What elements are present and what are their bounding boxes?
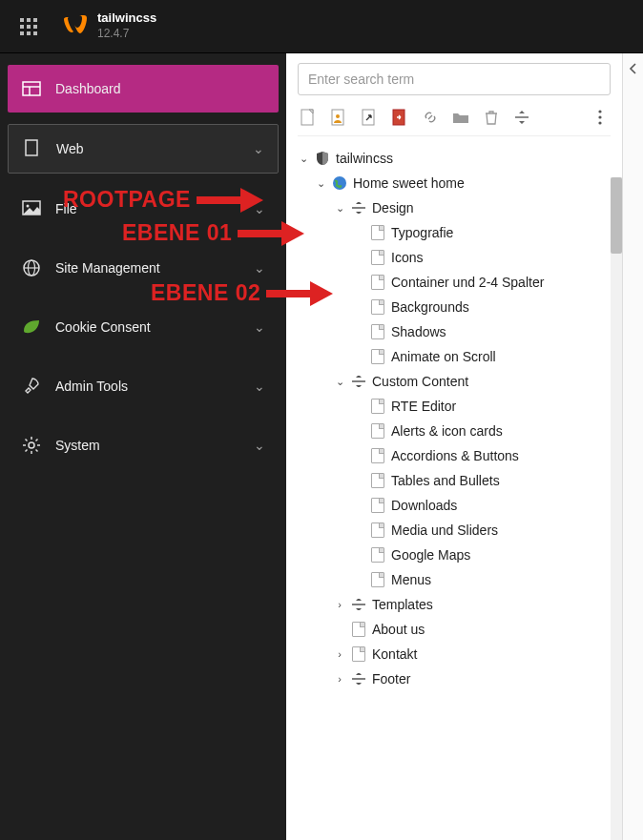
tree-label: About us — [372, 622, 425, 637]
new-user-page-icon[interactable] — [330, 109, 347, 126]
tree-about[interactable]: About us — [298, 617, 611, 642]
chevron-right-icon[interactable]: › — [334, 599, 345, 610]
scrollbar-thumb[interactable] — [611, 177, 622, 254]
sidebar-item-system[interactable]: System ⌄ — [8, 421, 279, 469]
separator-icon — [351, 597, 366, 612]
tree-label: Kontakt — [372, 646, 417, 662]
svg-point-27 — [598, 121, 601, 124]
separator-icon — [351, 671, 366, 686]
page-icon — [370, 299, 385, 315]
tree-label: Icons — [391, 250, 423, 265]
page-icon — [22, 138, 43, 159]
tree-item[interactable]: Container und 2-4 Spalter — [298, 270, 611, 295]
sidebar-item-cookie-consent[interactable]: Cookie Consent ⌄ — [8, 303, 279, 351]
collapse-panel-button[interactable] — [622, 53, 643, 840]
sidebar-item-site-management[interactable]: Site Management ⌄ — [8, 244, 279, 292]
page-icon — [370, 275, 385, 290]
tree-label: Alerts & icon cards — [391, 423, 503, 439]
dashboard-icon — [21, 78, 42, 99]
chevron-down-icon[interactable]: ⌄ — [298, 153, 309, 165]
chevron-down-icon[interactable]: ⌄ — [315, 177, 326, 190]
trash-icon[interactable] — [483, 109, 500, 126]
gear-icon — [21, 435, 42, 456]
new-page-icon[interactable] — [300, 109, 317, 126]
page-icon — [370, 423, 385, 439]
scrollbar-track — [611, 177, 622, 840]
tree-item[interactable]: Icons — [298, 245, 611, 270]
tree-item[interactable]: Typografie — [298, 220, 611, 245]
tree-item[interactable]: Shadows — [298, 319, 611, 344]
tree-label: Typografie — [391, 225, 453, 240]
folder-icon[interactable] — [452, 109, 469, 126]
tree-footer[interactable]: › Footer — [298, 666, 611, 691]
chevron-down-icon[interactable]: ⌄ — [334, 376, 345, 388]
leaf-icon — [21, 317, 42, 338]
apps-grid-icon[interactable] — [11, 10, 46, 44]
chevron-right-icon[interactable]: › — [334, 673, 345, 685]
chevron-down-icon[interactable]: ⌄ — [334, 202, 345, 215]
tree-item[interactable]: Tables and Bullets — [298, 468, 611, 493]
tree-label: Menus — [391, 572, 431, 587]
tree-label: Custom Content — [372, 374, 468, 389]
tree-label: Animate on Scroll — [391, 349, 496, 364]
sidebar-item-label: Admin Tools — [55, 379, 128, 394]
tree-item[interactable]: Accordions & Buttons — [298, 443, 611, 468]
svg-point-18 — [29, 442, 34, 448]
tree-item[interactable]: Backgrounds — [298, 295, 611, 319]
divider-page-icon[interactable] — [513, 109, 530, 126]
rocket-icon — [21, 376, 42, 397]
tree-label: Templates — [372, 597, 433, 612]
tree-label: tailwincss — [336, 151, 393, 166]
sidebar-item-label: System — [55, 438, 100, 453]
tree-item[interactable]: Alerts & icon cards — [298, 419, 611, 443]
tree-item[interactable]: Media und Sliders — [298, 518, 611, 543]
tree-item[interactable]: Animate on Scroll — [298, 344, 611, 369]
typo3-logo-icon — [61, 12, 88, 39]
content-panel: ⌄ tailwincss ⌄ Home sweet home ⌄ Design … — [286, 53, 643, 840]
tree-root[interactable]: ⌄ tailwincss — [298, 146, 611, 171]
tree-design[interactable]: ⌄ Design — [298, 195, 611, 220]
mount-page-icon[interactable] — [391, 109, 408, 126]
search-input[interactable] — [298, 63, 611, 95]
sidebar: Dashboard Web ⌄ File ⌄ Site Management ⌄… — [0, 53, 286, 840]
tree-home[interactable]: ⌄ Home sweet home — [298, 171, 611, 195]
tree-kontakt[interactable]: › Kontakt — [298, 642, 611, 666]
svg-rect-4 — [27, 25, 31, 29]
app-name: tailwincss — [97, 10, 156, 27]
page-icon — [370, 349, 385, 364]
separator-icon — [351, 200, 366, 215]
link-icon[interactable] — [422, 109, 439, 126]
sidebar-item-admin-tools[interactable]: Admin Tools ⌄ — [8, 362, 279, 410]
tree-item[interactable]: RTE Editor — [298, 394, 611, 419]
page-icon — [370, 399, 385, 414]
svg-rect-6 — [20, 31, 24, 35]
chevron-right-icon[interactable]: › — [334, 648, 345, 660]
sidebar-item-file[interactable]: File ⌄ — [8, 185, 279, 233]
page-icon — [370, 498, 385, 513]
tree-item[interactable]: Downloads — [298, 493, 611, 518]
shortcut-page-icon[interactable] — [361, 109, 378, 126]
svg-point-25 — [598, 110, 601, 113]
tree-templates[interactable]: › Templates — [298, 592, 611, 617]
more-menu-icon[interactable] — [591, 109, 609, 126]
page-icon — [370, 324, 385, 339]
page-icon — [351, 622, 366, 637]
separator-icon — [351, 374, 366, 389]
tree-item[interactable]: Menus — [298, 567, 611, 592]
chevron-down-icon: ⌄ — [254, 260, 265, 276]
svg-rect-2 — [33, 18, 37, 22]
sidebar-item-web[interactable]: Web ⌄ — [8, 124, 279, 174]
tree-item[interactable]: Google Maps — [298, 543, 611, 567]
page-icon — [370, 448, 385, 463]
page-icon — [370, 522, 385, 538]
sidebar-item-dashboard[interactable]: Dashboard — [8, 65, 279, 113]
tree-label: Footer — [372, 671, 410, 686]
sidebar-item-label: Site Management — [55, 260, 160, 276]
svg-rect-7 — [27, 31, 31, 35]
sidebar-item-label: Cookie Consent — [55, 319, 151, 335]
chevron-down-icon: ⌄ — [253, 141, 264, 156]
tree-custom-content[interactable]: ⌄ Custom Content — [298, 369, 611, 394]
svg-rect-3 — [20, 25, 24, 29]
tree-label: Shadows — [391, 324, 446, 339]
page-icon — [351, 646, 366, 662]
